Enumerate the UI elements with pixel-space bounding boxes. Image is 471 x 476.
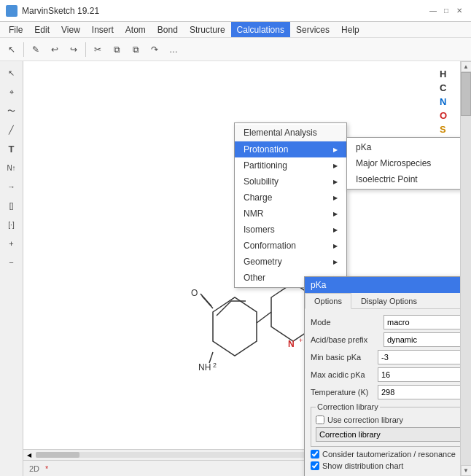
line-tool[interactable]: ╱ — [3, 121, 20, 138]
undo-button[interactable]: ↩ — [46, 41, 63, 58]
mode-label: 2D — [29, 464, 39, 473]
menu-edit[interactable]: Edit — [28, 22, 55, 37]
tab-display-options[interactable]: Display Options — [351, 293, 427, 308]
rotate-button[interactable]: ↷ — [146, 41, 163, 58]
calculations-menu[interactable]: Elemental Analysis Protonation ▶ Partiti… — [234, 122, 347, 288]
tab-options[interactable]: Options — [305, 293, 351, 309]
menu-isomers[interactable]: Isomers ▶ — [235, 222, 346, 238]
draw-tool[interactable]: ✎ — [27, 41, 44, 58]
c-indicator: C — [440, 82, 447, 93]
correction-library-select[interactable]: Correction library ▼ — [316, 427, 460, 442]
scroll-up-btn[interactable]: ▲ — [461, 61, 472, 72]
menu-atom[interactable]: Atom — [120, 22, 152, 37]
minimize-button[interactable]: — — [427, 5, 439, 17]
cut-button[interactable]: ✂ — [89, 41, 106, 58]
bracket-tool[interactable]: [] — [3, 197, 20, 214]
main-area: ↖ ⌖ 〜 ╱ T N↑ → [] [·] + − NH — [0, 61, 471, 476]
distribution-checkbox[interactable] — [311, 461, 319, 470]
tautomerization-checkbox[interactable] — [311, 450, 319, 459]
select-tool[interactable]: ↖ — [3, 41, 20, 58]
acid-base-value: dynamic — [387, 335, 417, 344]
temperature-label: Temperature (K) — [311, 388, 378, 397]
use-correction-checkbox[interactable] — [316, 415, 324, 424]
menu-solubility[interactable]: Solubility ▶ — [235, 173, 346, 190]
menu-structure[interactable]: Structure — [184, 22, 231, 37]
menu-charge[interactable]: Charge ▶ — [235, 190, 346, 206]
distribution-row: Show distribution chart — [311, 461, 460, 470]
svg-marker-0 — [213, 297, 257, 356]
minus-tool[interactable]: − — [3, 254, 20, 271]
title-bar-left: MarvinSketch 19.21 — [6, 5, 99, 17]
lasso-tool[interactable]: ⌖ — [3, 83, 20, 101]
paste-button[interactable]: ⧉ — [127, 41, 144, 58]
scroll-left-btn[interactable]: ◀ — [23, 450, 34, 461]
menu-isoelectric-point[interactable]: Isoelectric Point — [347, 171, 460, 187]
text-tool[interactable]: T — [3, 140, 20, 157]
app-icon — [6, 5, 17, 17]
toolbar-sep-2 — [85, 42, 86, 57]
canvas-area[interactable]: NH 2 O N + — [23, 61, 460, 476]
menu-help[interactable]: Help — [335, 22, 365, 37]
menu-bar: File Edit View Insert Atom Bond Structur… — [0, 22, 471, 38]
protonation-submenu[interactable]: pKa Major Microspecies Isoelectric Point — [346, 137, 460, 190]
scroll-track[interactable] — [461, 72, 471, 465]
menu-protonation[interactable]: Protonation ▶ — [235, 141, 346, 157]
menu-major-microspecies[interactable]: Major Microspecies — [347, 155, 460, 171]
temperature-input[interactable] — [378, 385, 460, 399]
s-indicator: S — [440, 124, 447, 135]
min-pka-label: Min basic pKa — [311, 353, 378, 362]
use-correction-row: Use correction library — [316, 415, 460, 424]
svg-text:+: + — [299, 337, 303, 344]
toolbar-sep-1 — [23, 42, 24, 57]
close-button[interactable]: ✕ — [454, 5, 465, 17]
title-bar: MarvinSketch 19.21 — □ ✕ — [0, 0, 471, 22]
distribution-label: Show distribution chart — [322, 461, 403, 470]
redo-button[interactable]: ↪ — [65, 41, 82, 58]
left-sidebar: ↖ ⌖ 〜 ╱ T N↑ → [] [·] + − — [0, 61, 23, 476]
plus-tool[interactable]: + — [3, 235, 20, 252]
mode-select[interactable]: macro ▼ — [384, 315, 460, 329]
svg-line-8 — [201, 294, 211, 306]
svg-text:NH: NH — [198, 362, 211, 372]
more-button[interactable]: … — [165, 41, 182, 58]
title-bar-controls[interactable]: — □ ✕ — [427, 5, 465, 17]
mode-indicator: * — [45, 464, 48, 473]
app-title: MarvinSketch 19.21 — [22, 6, 99, 16]
mode-label: Mode — [311, 318, 384, 327]
menu-conformation[interactable]: Conformation ▶ — [235, 238, 346, 254]
correction-library-legend: Correction library — [316, 402, 380, 411]
menu-geometry[interactable]: Geometry ▶ — [235, 254, 346, 270]
acid-base-select[interactable]: dynamic ▼ — [384, 332, 460, 347]
menu-bond[interactable]: Bond — [152, 22, 184, 37]
label-tool[interactable]: N↑ — [3, 159, 20, 176]
menu-partitioning[interactable]: Partitioning ▶ — [235, 157, 346, 173]
menu-elemental-analysis[interactable]: Elemental Analysis — [235, 125, 346, 141]
min-pka-input[interactable] — [378, 350, 460, 364]
tautomerization-label: Consider tautomerization / resonance — [322, 450, 456, 459]
menu-view[interactable]: View — [55, 22, 86, 37]
tautomerization-row: Consider tautomerization / resonance — [311, 450, 460, 459]
right-scrollbar[interactable]: ▲ ▼ — [460, 61, 471, 476]
right-arrow-tool[interactable]: → — [3, 178, 20, 195]
scroll-down-btn[interactable]: ▼ — [461, 465, 472, 476]
charge-arrow: ▶ — [333, 195, 338, 201]
arrow-tool[interactable]: ↖ — [3, 64, 20, 82]
menu-insert[interactable]: Insert — [86, 22, 120, 37]
mode-field-row: Mode macro ▼ — [311, 315, 460, 329]
max-pka-input[interactable] — [378, 367, 460, 382]
maximize-button[interactable]: □ — [440, 5, 452, 17]
h-scroll-thumb[interactable] — [36, 452, 79, 458]
menu-nmr[interactable]: NMR ▶ — [235, 206, 346, 222]
conformation-arrow: ▶ — [333, 243, 338, 249]
correction-library-label: Correction library — [319, 430, 381, 439]
min-pka-field-row: Min basic pKa — [311, 350, 460, 364]
wave-tool[interactable]: 〜 — [3, 102, 20, 120]
copy-button[interactable]: ⧉ — [108, 41, 125, 58]
menu-calculations[interactable]: Calculations — [231, 22, 290, 37]
scroll-thumb[interactable] — [461, 72, 471, 116]
menu-pka[interactable]: pKa — [347, 139, 460, 155]
menu-file[interactable]: File — [3, 22, 28, 37]
svg-text:N: N — [288, 339, 295, 349]
bracket2-tool[interactable]: [·] — [3, 216, 20, 233]
menu-services[interactable]: Services — [290, 22, 335, 37]
